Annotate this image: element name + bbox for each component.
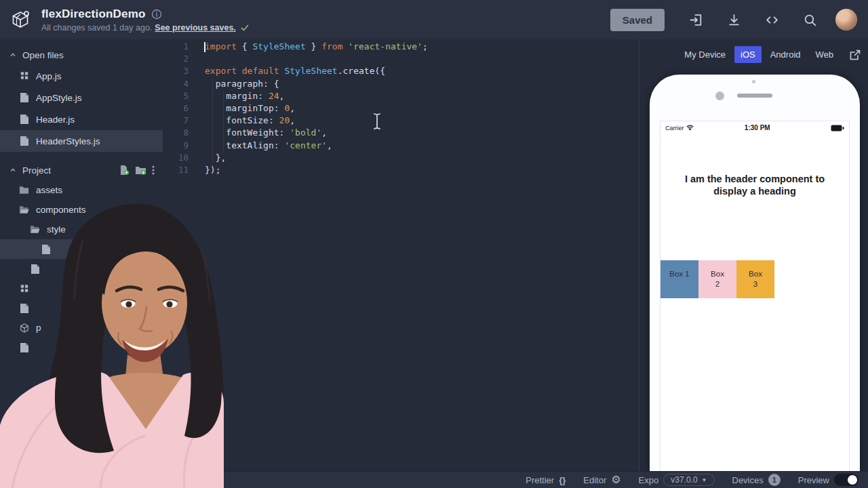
snack-logo-icon[interactable]	[9, 8, 32, 31]
phone-status-bar: Carrier 1:30 PM	[660, 121, 849, 131]
status-bar: Prettier {} Editor ⚙ Expo v37.0.0 ▼ Devi…	[0, 471, 868, 488]
project-item-components[interactable]: components	[0, 200, 163, 220]
snack-app-window: flexDirectionDemo All changes saved 1 da…	[0, 0, 868, 488]
code-line-7: 7 fontSize: 20,	[163, 115, 639, 127]
phone-screen: Carrier 1:30 PM I am the header componen…	[660, 121, 850, 471]
previous-saves-link[interactable]: See previous saves.	[155, 23, 236, 33]
code-line-10: 10 },	[163, 152, 639, 164]
text-caret	[204, 42, 205, 52]
code-line-4: 4 paragraph: {	[163, 78, 639, 90]
mouse-ibeam-cursor	[372, 113, 382, 130]
open-file-headerstyles.js[interactable]: HeaderStyles.js	[0, 130, 163, 152]
line-number: 2	[163, 53, 189, 65]
top-bar: flexDirectionDemo All changes saved 1 da…	[0, 0, 868, 39]
item-label: components	[36, 205, 86, 215]
preview-toggle[interactable]	[834, 474, 859, 486]
devices-button[interactable]: Devices 1	[732, 474, 781, 486]
line-number: 10	[163, 152, 189, 164]
project-title: flexDirectionDemo	[41, 7, 146, 21]
file-icon	[41, 245, 51, 254]
line-number: 11	[163, 164, 189, 176]
open-files-section-header[interactable]: Open files	[0, 45, 163, 65]
file-icon	[19, 136, 29, 146]
kebab-menu-icon[interactable]	[152, 165, 155, 176]
line-number: 7	[163, 115, 189, 127]
new-file-icon[interactable]	[119, 165, 130, 176]
wifi-icon	[686, 125, 694, 131]
user-avatar[interactable]	[835, 9, 857, 30]
editor-settings-button[interactable]: Editor ⚙	[583, 474, 620, 485]
device-tabs: My DeviceiOSAndroidWeb	[640, 46, 861, 63]
code-line-9: 9 textAlign: 'center',	[163, 140, 639, 152]
item-label: style	[47, 224, 66, 235]
tab-ios[interactable]: iOS	[734, 46, 762, 63]
code-editor[interactable]: 1import { StyleSheet } from 'react-nativ…	[163, 39, 639, 471]
app-file-icon	[19, 284, 29, 293]
open-file-appstyle.js[interactable]: AppStyle.js	[0, 87, 163, 108]
devices-count-badge: 1	[768, 474, 781, 486]
project-item-p[interactable]: p	[0, 318, 163, 338]
line-number: 8	[163, 127, 189, 139]
saved-button[interactable]: Saved	[610, 9, 665, 31]
line-number: 5	[163, 90, 189, 102]
line-number: 4	[163, 78, 189, 90]
check-icon	[241, 24, 249, 31]
code-line-3: 3export default StyleSheet.create({	[163, 65, 639, 77]
folder-open-icon	[19, 205, 29, 214]
project-item-assets[interactable]: assets	[0, 180, 163, 200]
speaker-grill	[737, 94, 772, 98]
code-line-11: 11});	[163, 164, 639, 176]
tab-android[interactable]: Android	[764, 46, 807, 63]
file-name-label: HeaderStyles.js	[36, 136, 100, 146]
line-number: 1	[163, 41, 189, 53]
project-item[interactable]	[0, 298, 163, 318]
open-file-header.js[interactable]: Header.js	[0, 108, 163, 130]
tab-web[interactable]: Web	[810, 46, 840, 63]
project-item-style[interactable]: style	[0, 220, 163, 239]
sdk-version-dropdown[interactable]: v37.0.0 ▼	[663, 474, 714, 486]
code-line-5: 5 margin: 24,	[163, 90, 639, 102]
open-files-list: App.jsAppStyle.jsHeader.jsHeaderStyles.j…	[0, 65, 163, 152]
code-line-8: 8 fontWeight: 'bold',	[163, 127, 639, 139]
chevron-up-icon	[9, 52, 16, 58]
project-item[interactable]	[0, 279, 163, 298]
file-icon	[19, 304, 29, 313]
info-icon[interactable]	[151, 9, 162, 20]
file-sidebar: Open files App.jsAppStyle.jsHeader.jsHea…	[0, 39, 163, 471]
open-external-icon[interactable]	[849, 49, 861, 61]
line-number: 9	[163, 140, 189, 152]
file-icon	[30, 264, 40, 274]
file-name-label: AppStyle.js	[36, 93, 82, 103]
code-line-2: 2	[163, 53, 639, 65]
header-component-text: I am the header component to display a h…	[660, 173, 849, 197]
download-icon[interactable]	[715, 7, 753, 32]
gear-icon: ⚙	[611, 474, 620, 485]
project-item[interactable]	[0, 338, 163, 357]
new-folder-icon[interactable]	[135, 165, 146, 176]
preview-toggle-group: Preview	[798, 474, 859, 486]
front-camera	[715, 92, 724, 100]
item-label: assets	[36, 185, 62, 195]
folder-open-icon	[30, 225, 40, 234]
project-item[interactable]	[0, 259, 163, 279]
chevron-up-icon	[9, 167, 16, 174]
sensor-dot	[752, 80, 755, 83]
project-item[interactable]	[0, 239, 163, 259]
file-name-label: Header.js	[36, 115, 75, 125]
folder-closed-icon	[19, 186, 29, 195]
save-status-text: All changes saved 1 day ago.	[41, 23, 152, 33]
prettier-button[interactable]: Prettier {}	[526, 475, 566, 485]
braces-icon: {}	[559, 475, 566, 485]
project-section-header[interactable]: Project	[0, 160, 163, 180]
project-tree: assetscomponentsstylep	[0, 180, 163, 357]
code-line-6: 6 marginTop: 0,	[163, 102, 639, 115]
open-file-app.js[interactable]: App.js	[0, 65, 163, 87]
embed-code-icon[interactable]	[753, 7, 791, 32]
package-icon	[19, 323, 29, 333]
sign-in-icon[interactable]	[677, 7, 715, 32]
caret-down-icon: ▼	[702, 477, 707, 483]
search-icon[interactable]	[791, 7, 829, 32]
flex-box-3: Box3	[736, 260, 774, 298]
code-line-1: 1import { StyleSheet } from 'react-nativ…	[163, 41, 639, 53]
tab-my-device[interactable]: My Device	[678, 46, 732, 63]
